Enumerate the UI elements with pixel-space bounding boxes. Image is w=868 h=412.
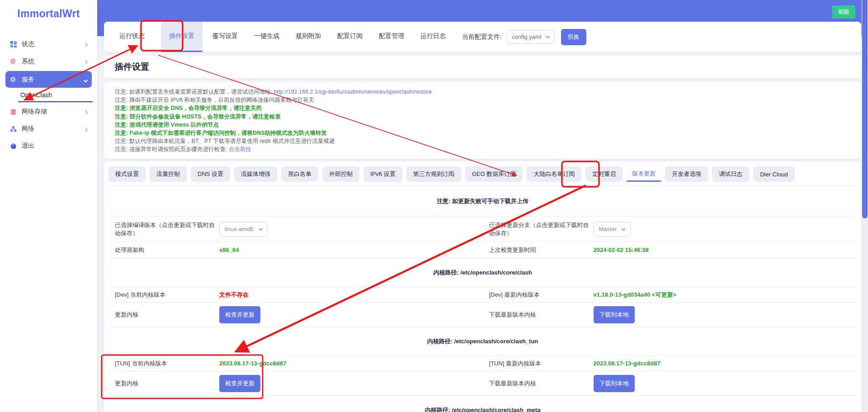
- subtab-dns-settings[interactable]: DNS 设置: [191, 166, 230, 182]
- config-file-select[interactable]: config.yaml: [506, 30, 555, 44]
- download-core-label: 下载最新版本内核: [483, 379, 594, 388]
- update-core-label: 更新内核: [108, 379, 219, 388]
- chevron-down-icon: [622, 226, 626, 231]
- sitemap-icon: [10, 126, 22, 133]
- sidebar: ImmortalWrt 状态 ⚙ 系统 ⚙ 服务 OpenClash 网络存储: [0, 0, 97, 412]
- core-path-clash: 内核路径: /etc/openclash/core/clash: [108, 258, 857, 287]
- dev-check-update-button[interactable]: 检查并更新: [219, 306, 260, 323]
- refresh-button[interactable]: 刷新: [832, 5, 855, 19]
- last-check-label: 上次检查更新时间: [483, 246, 594, 254]
- subtab-scheduled-restart[interactable]: 定时重启: [585, 166, 623, 182]
- scrollbar-thumb[interactable]: [862, 0, 868, 218]
- subtab-black-white-list[interactable]: 黑白名单: [281, 166, 318, 182]
- core-path-clash-tun: 内核路径: /etc/openclash/core/clash_tun: [108, 327, 857, 356]
- update-notice: 注意: 如更新失败可手动下载并上传: [108, 186, 857, 217]
- chevron-down-icon: [84, 76, 87, 83]
- tab-running-log[interactable]: 运行日志: [420, 22, 446, 52]
- sidebar-subitem-openclash[interactable]: OpenClash: [20, 91, 93, 99]
- openclash-active-underline: [18, 101, 93, 102]
- table-row-dev-version: [Dev] 当前内核版本 文件不存在 [Dev] 最新内核版本 v1.18.0-…: [108, 287, 857, 303]
- subtab-traffic-control[interactable]: 流量控制: [150, 166, 187, 182]
- note-line: 注意: 游戏代理请使用 Vmess 以外的节点: [115, 121, 850, 129]
- subtab-ipv6-settings[interactable]: IPv6 设置: [363, 166, 402, 182]
- note-line: 注意: 如遇到配置丢失或者需要还原默认配置，请尝试访问地址: http://19…: [115, 88, 850, 96]
- cpu-arch-value: x86_64: [219, 246, 483, 253]
- subtab-cn-whitelist[interactable]: 大陆白名单订阅: [527, 166, 581, 182]
- cube-icon: [10, 143, 22, 150]
- note-text: 注意: 如遇到配置丢失或者需要还原默认配置，请尝试访问地址:: [115, 89, 274, 95]
- table-row-tun-version: [TUN] 当前内核版本 2023.08.17-13-gdcc8d87 [TUN…: [108, 356, 857, 371]
- compile-version-label: 已选择编译版本（点击更新或下载时自动保存）: [108, 221, 219, 237]
- subtab-version-update[interactable]: 版本更新: [627, 166, 661, 182]
- tun-latest-version-label: [TUN] 最新内核版本: [483, 360, 594, 368]
- update-branch-select[interactable]: Master: [594, 222, 631, 237]
- sidebar-item-services[interactable]: ⚙ 服务: [5, 71, 92, 88]
- table-row-select: 已选择编译版本（点击更新或下载时自动保存） linux-amd6 已选择更新分支…: [108, 217, 857, 242]
- subtab-geo-database[interactable]: GEO 数据库订阅: [465, 166, 523, 182]
- compile-version-select[interactable]: linux-amd6: [219, 222, 268, 237]
- page-title-card: 插件设置: [104, 56, 861, 78]
- subtab-developer-options[interactable]: 开发者选项: [665, 166, 708, 182]
- dev-download-local-button[interactable]: 下载到本地: [594, 306, 635, 323]
- tab-one-key-generate[interactable]: 一键生成: [254, 22, 279, 52]
- sidebar-item-storage[interactable]: 网络存储: [5, 104, 92, 119]
- dev-current-version-label: [Dev] 当前内核版本: [108, 291, 219, 299]
- switch-config-button[interactable]: 切换: [561, 29, 586, 45]
- go-check-link[interactable]: 点击前往: [228, 146, 251, 152]
- tab-plugin-settings[interactable]: 插件设置: [161, 22, 203, 52]
- gear-icon: ⚙: [10, 57, 22, 66]
- compile-version-value: linux-amd6: [225, 226, 254, 232]
- dev-latest-version-label: [Dev] 最新内核版本: [483, 291, 594, 299]
- chevron-right-icon: [84, 108, 87, 115]
- update-core-label: 更新内核: [108, 311, 219, 319]
- tab-config-subscribe[interactable]: 配置订阅: [337, 22, 363, 52]
- subtab-third-party-rules[interactable]: 第三方规则订阅: [406, 166, 461, 182]
- table-row-tun-update: 更新内核 检查并更新 下载最新版本内核 下载到本地: [108, 371, 857, 396]
- chevron-down-icon: [258, 226, 263, 231]
- gears-icon: ⚙: [10, 76, 22, 84]
- subtab-dler-cloud[interactable]: Dler Cloud: [753, 166, 794, 182]
- note-line: 注意: Fake-ip 模式下如需要进行客户端访问控制，请将DNS劫持模式改为防…: [115, 129, 850, 137]
- grid-icon: [10, 41, 22, 48]
- tun-current-version-value: 2023.08.17-13-gdcc8d87: [219, 360, 483, 367]
- note-line: 注意: 连接异常时请按照此页步骤先进行检查: 点击前往: [115, 145, 850, 153]
- cpu-arch-label: 处理器架构: [108, 246, 219, 254]
- last-check-value: 2024-02-02 15:46:38: [594, 246, 857, 253]
- subtab-external-control[interactable]: 外部控制: [322, 166, 359, 182]
- subtab-debug-log[interactable]: 调试日志: [712, 166, 749, 182]
- version-update-table: 注意: 如更新失败可手动下载并上传 已选择编译版本（点击更新或下载时自动保存） …: [108, 185, 857, 412]
- tun-check-update-button[interactable]: 检查并更新: [219, 375, 260, 392]
- tun-current-version-label: [TUN] 当前内核版本: [108, 360, 219, 368]
- tun-download-local-button[interactable]: 下载到本地: [594, 375, 635, 392]
- tab-overwrite-settings[interactable]: 覆写设置: [212, 22, 238, 52]
- restore-url-link[interactable]: http://192.168.2.1/cgi-bin/luci/admin/se…: [274, 89, 432, 95]
- current-config-label: 当前配置文件:: [462, 33, 502, 41]
- dev-current-version-value: 文件不存在: [219, 291, 483, 299]
- scrollbar-track[interactable]: [862, 0, 868, 412]
- tab-rule-append[interactable]: 规则附加: [296, 22, 321, 52]
- database-icon: [10, 109, 22, 115]
- sidebar-item-label: 网络存储: [22, 108, 47, 116]
- subtab-mode-settings[interactable]: 模式设置: [108, 166, 146, 182]
- note-line: 注意: 部分软件会修改设备 HOSTS，会导致分流异常，请注意检查: [115, 113, 850, 121]
- immortalwrt-logo: ImmortalWrt: [0, 8, 97, 20]
- sidebar-item-status[interactable]: 状态: [5, 37, 92, 52]
- note-line: 注意: 默认代理路由本机流量，BT、PT 下载等请尽量使用 redir 模式并注…: [115, 137, 850, 145]
- tab-running-status[interactable]: 运行状态: [119, 22, 145, 52]
- dev-latest-version-value: v1.18.0-13-gd034a40 <可更新>: [594, 291, 857, 299]
- sidebar-item-system[interactable]: ⚙ 系统: [5, 54, 92, 69]
- sidebar-item-label: 服务: [22, 76, 34, 84]
- subtab-streaming-enhance[interactable]: 流媒体增强: [234, 166, 277, 182]
- openclash-tabbar-card: 运行状态 插件设置 覆写设置 一键生成 规则附加 配置订阅 配置管理 运行日志 …: [104, 22, 861, 52]
- note-line: 注意: 浏览器开启安全 DNS，会导致分流异常，请注意关闭: [115, 104, 850, 112]
- update-branch-label: 已选择更新分支（点击更新或下载时自动保存）: [483, 221, 594, 237]
- tab-config-manage[interactable]: 配置管理: [379, 22, 404, 52]
- chevron-right-icon: [84, 41, 87, 48]
- chevron-right-icon: [84, 58, 87, 65]
- table-row-dev-update: 更新内核 检查并更新 下载最新版本内核 下载到本地: [108, 303, 857, 327]
- sidebar-item-network[interactable]: 网络: [5, 121, 92, 137]
- settings-card: 模式设置 流量控制 DNS 设置 流媒体增强 黑白名单 外部控制 IPv6 设置…: [104, 161, 861, 412]
- page-title: 插件设置: [115, 61, 149, 73]
- core-path-clash-meta: 内核路径: /etc/openclash/core/clash_meta: [108, 396, 857, 412]
- sidebar-item-logout[interactable]: 退出: [5, 138, 92, 154]
